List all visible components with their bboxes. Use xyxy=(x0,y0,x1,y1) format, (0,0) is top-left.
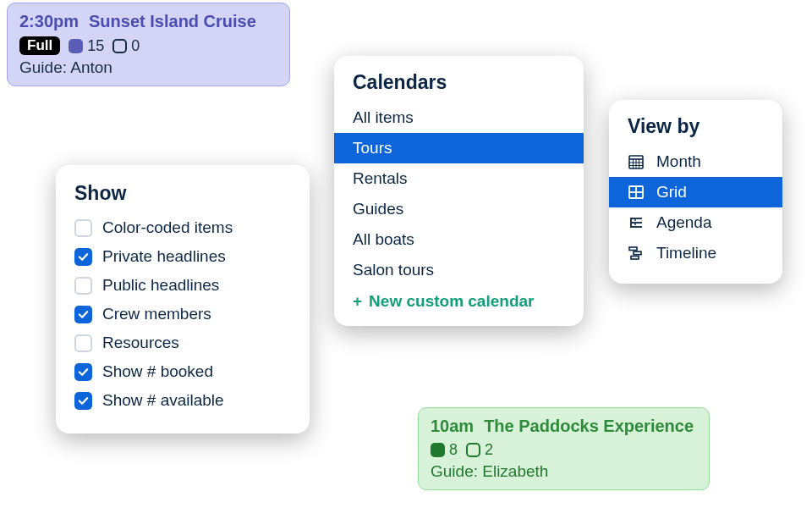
calendar-icon xyxy=(628,153,645,170)
view-option-label: Timeline xyxy=(656,244,716,262)
view-option-grid[interactable]: Grid xyxy=(609,177,782,207)
viewby-panel: View by MonthGridAgendaTimeline xyxy=(609,100,782,284)
calendar-item[interactable]: All boats xyxy=(334,224,584,255)
plus-icon: + xyxy=(353,292,362,311)
booked-value: 8 xyxy=(449,441,458,459)
event-time: 10am xyxy=(431,417,474,436)
view-option-label: Agenda xyxy=(656,213,712,232)
new-custom-calendar-button[interactable]: + New custom calendar xyxy=(334,285,584,311)
timeline-icon xyxy=(628,245,645,262)
show-option[interactable]: Crew members xyxy=(56,300,310,329)
show-option-label: Show # booked xyxy=(102,362,213,381)
event-header: 10am The Paddocks Experience xyxy=(431,417,697,436)
panel-title-show: Show xyxy=(56,182,310,213)
event-meta: 8 2 xyxy=(431,441,697,459)
show-option[interactable]: Show # booked xyxy=(56,357,310,386)
show-option[interactable]: Private headlines xyxy=(56,242,310,271)
event-meta: Full 15 0 xyxy=(19,36,277,55)
checkbox-checked-icon[interactable] xyxy=(74,363,92,381)
show-option-label: Show # available xyxy=(102,391,224,410)
checkbox-checked-icon[interactable] xyxy=(74,306,92,323)
show-option[interactable]: Resources xyxy=(56,329,310,357)
event-header: 2:30pm Sunset Island Cruise xyxy=(19,12,277,31)
event-card-paddocks[interactable]: 10am The Paddocks Experience 8 2 Guide: … xyxy=(418,407,710,490)
booked-count: 15 xyxy=(69,37,104,55)
show-option[interactable]: Color-coded items xyxy=(56,213,310,242)
view-option-label: Month xyxy=(656,152,701,171)
show-option-label: Resources xyxy=(102,334,179,352)
panel-title-viewby: View by xyxy=(609,115,782,146)
show-option-label: Color-coded items xyxy=(102,218,233,237)
calendar-item[interactable]: Tours xyxy=(334,133,584,163)
calendar-item[interactable]: Salon tours xyxy=(334,255,584,285)
available-icon xyxy=(466,443,480,457)
event-guide: Guide: Anton xyxy=(19,58,277,77)
available-count: 0 xyxy=(112,37,140,55)
checkbox-unchecked-icon[interactable] xyxy=(74,277,92,295)
show-option[interactable]: Public headlines xyxy=(56,271,310,300)
available-value: 0 xyxy=(131,37,140,55)
event-title: The Paddocks Experience xyxy=(484,417,694,436)
show-panel: Show Color-coded itemsPrivate headlinesP… xyxy=(56,165,310,433)
svg-rect-18 xyxy=(631,257,639,260)
show-option[interactable]: Show # available xyxy=(56,386,310,415)
checkbox-checked-icon[interactable] xyxy=(74,392,92,410)
agenda-icon xyxy=(628,214,645,231)
calendars-panel: Calendars All itemsToursRentalsGuidesAll… xyxy=(334,56,584,326)
event-title: Sunset Island Cruise xyxy=(89,12,256,31)
view-option-month[interactable]: Month xyxy=(609,146,782,177)
svg-rect-16 xyxy=(629,247,637,251)
show-option-label: Private headlines xyxy=(102,247,226,266)
calendar-item[interactable]: All items xyxy=(334,102,584,133)
grid-icon xyxy=(628,184,645,201)
view-option-label: Grid xyxy=(656,183,687,202)
available-count: 2 xyxy=(466,441,493,459)
event-guide: Guide: Elizabeth xyxy=(431,462,697,481)
booked-count: 8 xyxy=(431,441,458,459)
checkbox-unchecked-icon[interactable] xyxy=(74,219,92,237)
panel-title-calendars: Calendars xyxy=(334,71,584,102)
show-option-label: Public headlines xyxy=(102,276,219,295)
booked-icon xyxy=(69,39,83,53)
available-icon xyxy=(112,39,127,53)
available-value: 2 xyxy=(485,441,493,459)
view-option-timeline[interactable]: Timeline xyxy=(609,238,782,268)
event-time: 2:30pm xyxy=(19,12,79,31)
new-calendar-label: New custom calendar xyxy=(369,292,534,311)
status-badge-full: Full xyxy=(19,36,60,55)
booked-icon xyxy=(431,443,445,457)
booked-value: 15 xyxy=(87,37,104,55)
event-card-sunset[interactable]: 2:30pm Sunset Island Cruise Full 15 0 Gu… xyxy=(7,3,290,86)
checkbox-unchecked-icon[interactable] xyxy=(74,334,92,352)
checkbox-checked-icon[interactable] xyxy=(74,248,92,266)
calendar-item[interactable]: Guides xyxy=(334,194,584,224)
svg-rect-17 xyxy=(634,251,641,255)
view-option-agenda[interactable]: Agenda xyxy=(609,207,782,238)
show-option-label: Crew members xyxy=(102,305,211,323)
calendar-item[interactable]: Rentals xyxy=(334,163,584,194)
